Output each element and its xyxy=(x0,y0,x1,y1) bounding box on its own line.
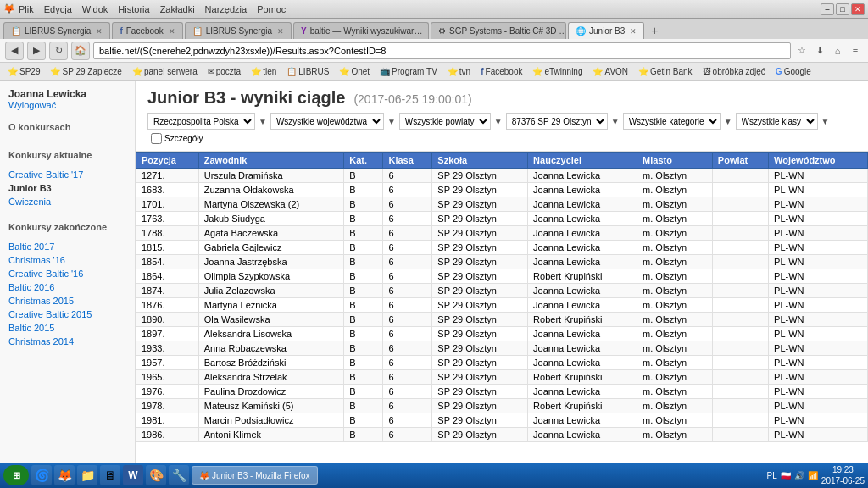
details-checkbox[interactable] xyxy=(151,133,162,144)
table-cell: PL-WN xyxy=(769,313,868,327)
filter-school[interactable]: 87376 SP 29 Olsztyn xyxy=(506,113,608,130)
bookmark-programtv[interactable]: 📺 Program TV xyxy=(377,66,440,77)
menu-pomoc[interactable]: Pomoc xyxy=(257,4,286,14)
menu-widok[interactable]: Widok xyxy=(82,4,108,14)
filter-province[interactable]: Wszystkie województwa xyxy=(270,113,384,130)
tab-close-icon[interactable]: ✕ xyxy=(630,27,637,36)
tab-close-icon[interactable]: ✕ xyxy=(277,27,284,36)
col-miasto[interactable]: Miasto xyxy=(637,152,713,169)
bookmark-google[interactable]: G Google xyxy=(773,66,814,77)
sidebar-item-creative17[interactable]: Creative Baltic '17 xyxy=(8,168,126,181)
tab-sgp[interactable]: ⚙ SGP Systems - Baltic C# 3D … ✕ xyxy=(431,22,566,39)
menu-historia[interactable]: Historia xyxy=(118,4,149,14)
taskbar: ⊞ 🌀 🦊 📁 🖥 W 🎨 🔧 🦊 Junior B3 - Mozilla Fi… xyxy=(0,463,868,488)
tab-facebook[interactable]: f Facebook ✕ xyxy=(112,22,182,39)
table-header-row: Pozycja Zawodnik Kat. Klasa Szkoła Naucz… xyxy=(136,152,868,169)
col-nauczyciel[interactable]: Nauczyciel xyxy=(528,152,637,169)
tab-librus-2[interactable]: 📋 LIBRUS Synergia ✕ xyxy=(185,22,292,39)
table-cell: Zuzanna Ołdakowska xyxy=(198,183,344,197)
col-powiat[interactable]: Powiat xyxy=(712,152,768,169)
col-wojewodztwo[interactable]: Województwo xyxy=(769,152,868,169)
section-title: Konkursy zakończone xyxy=(8,219,126,236)
col-pozycja[interactable]: Pozycja xyxy=(136,152,199,169)
sidebar-item-juniorb3[interactable]: Junior B3 xyxy=(8,181,126,195)
col-kat[interactable]: Kat. xyxy=(344,152,383,169)
bookmark-sp29-zaplecze[interactable]: ⭐ SP 29 Zaplecze xyxy=(47,66,124,77)
tab-baltie-results[interactable]: Y baltie — Wyniki wyszukiwar… ✕ xyxy=(293,22,429,39)
minimize-button[interactable]: – xyxy=(821,3,834,15)
bookmark-onet[interactable]: ⭐ Onet xyxy=(337,66,372,77)
sidebar-item-baltic2015[interactable]: Baltic 2015 xyxy=(8,321,126,335)
menu-zakladki[interactable]: Zakładki xyxy=(160,4,195,14)
taskbar-icon-search[interactable]: 🌀 xyxy=(31,465,52,485)
sidebar-item-christmas2015[interactable]: Christmas 2015 xyxy=(8,294,126,308)
page-subtitle: (2017-06-25 19:00:01) xyxy=(353,92,471,106)
table-cell: SP 29 Olsztyn xyxy=(432,298,528,313)
sidebar-item-christmas2014[interactable]: Christmas 2014 xyxy=(8,335,126,348)
bookmark-etwinning[interactable]: ⭐ eTwinning xyxy=(530,66,585,77)
tab-junior-b3[interactable]: 🌐 Junior B3 ✕ xyxy=(568,22,644,39)
back-button[interactable]: ◀ xyxy=(5,42,24,60)
table-cell: 6 xyxy=(383,212,432,226)
col-klasa[interactable]: Klasa xyxy=(383,152,432,169)
download-icon[interactable]: ⬇ xyxy=(812,43,827,58)
menu-plik[interactable]: Plik xyxy=(19,4,34,14)
start-button[interactable]: ⊞ xyxy=(3,465,29,485)
bookmark-tlen[interactable]: ⭐ tlen xyxy=(248,66,279,77)
taskbar-icon-firefox[interactable]: 🦊 xyxy=(54,465,75,485)
table-cell: SP 29 Olsztyn xyxy=(432,399,528,413)
col-zawodnik[interactable]: Zawodnik xyxy=(198,152,344,169)
bookmark-getin[interactable]: ⭐ Getin Bank xyxy=(636,66,694,77)
table-row: 1788.Agata BaczewskaB6SP 29 OlsztynJoann… xyxy=(136,226,868,241)
menu-icon[interactable]: ≡ xyxy=(848,43,863,58)
tray-network[interactable]: 📶 xyxy=(808,471,818,480)
filter-class[interactable]: Wszystkie klasy xyxy=(736,113,818,130)
tab-librus-1[interactable]: 📋 LIBRUS Synergia ✕ xyxy=(3,22,110,39)
bookmark-obrobka[interactable]: 🖼 obróbka zdjęć xyxy=(700,66,768,77)
taskbar-active-window[interactable]: 🦊 Junior B3 - Mozilla Firefox xyxy=(192,466,318,485)
table-cell: 6 xyxy=(383,284,432,298)
bookmark-star-icon[interactable]: ☆ xyxy=(794,43,810,58)
table-cell: PL-WN xyxy=(769,226,868,241)
sidebar-item-creative2015[interactable]: Creative Baltic 2015 xyxy=(8,308,126,321)
logout-link[interactable]: Wylogować xyxy=(8,100,126,110)
maximize-button[interactable]: □ xyxy=(836,3,849,15)
filter-district[interactable]: Wszystkie powiaty xyxy=(399,113,491,130)
tab-close-icon[interactable]: ✕ xyxy=(427,27,429,36)
bookmark-avon[interactable]: ⭐ AVON xyxy=(590,66,631,77)
tray-volume[interactable]: 🔊 xyxy=(794,471,804,480)
taskbar-icon-paint[interactable]: 🎨 xyxy=(146,465,166,485)
sidebar-item-christmas16[interactable]: Christmas '16 xyxy=(8,253,126,267)
taskbar-icon-word[interactable]: W xyxy=(123,465,143,485)
bookmark-poczta[interactable]: ✉ poczta xyxy=(205,66,243,77)
bookmark-facebook[interactable]: f Facebook xyxy=(478,66,525,77)
taskbar-icon-files[interactable]: 📁 xyxy=(77,465,97,485)
sidebar-item-baltic2016[interactable]: Baltic 2016 xyxy=(8,280,126,294)
forward-button[interactable]: ▶ xyxy=(27,42,46,60)
menu-narzedzia[interactable]: Narzędzia xyxy=(205,4,248,14)
table-cell: m. Olsztyn xyxy=(637,356,713,370)
table-cell: B xyxy=(344,169,383,183)
bookmark-librus[interactable]: 📋 LIBRUS xyxy=(284,66,331,77)
bookmark-tvn[interactable]: ⭐ tvn xyxy=(445,66,473,77)
sidebar-item-creative16[interactable]: Creative Baltic '16 xyxy=(8,267,126,280)
bookmark-sp29[interactable]: ⭐ SP29 xyxy=(5,66,42,77)
reload-button[interactable]: ↻ xyxy=(49,42,68,60)
sidebar-item-baltic2017[interactable]: Baltic 2017 xyxy=(8,240,126,253)
filter-category[interactable]: Wszystkie kategorie xyxy=(623,113,721,130)
home-addr-icon[interactable]: ⌂ xyxy=(830,43,845,58)
home-button[interactable]: 🏠 xyxy=(71,42,90,60)
tab-close-icon[interactable]: ✕ xyxy=(96,27,103,36)
bookmark-panel[interactable]: ⭐ panel serwera xyxy=(130,66,200,77)
tab-close-icon[interactable]: ✕ xyxy=(169,27,175,36)
url-input[interactable] xyxy=(93,42,791,59)
col-szkola[interactable]: Szkoła xyxy=(432,152,528,169)
sidebar-item-cwiczenia[interactable]: Ćwiczenia xyxy=(8,195,126,208)
main-layout: Joanna Lewicka Wylogować O konkursach Ko… xyxy=(0,81,868,463)
close-button[interactable]: ✕ xyxy=(851,3,865,15)
taskbar-icon-tools[interactable]: 🔧 xyxy=(169,465,189,485)
filter-country[interactable]: Rzeczpospolita Polska xyxy=(147,113,255,130)
new-tab-button[interactable]: + xyxy=(646,22,663,39)
menu-edycja[interactable]: Edycja xyxy=(44,4,72,14)
taskbar-icon-computer[interactable]: 🖥 xyxy=(100,465,120,485)
